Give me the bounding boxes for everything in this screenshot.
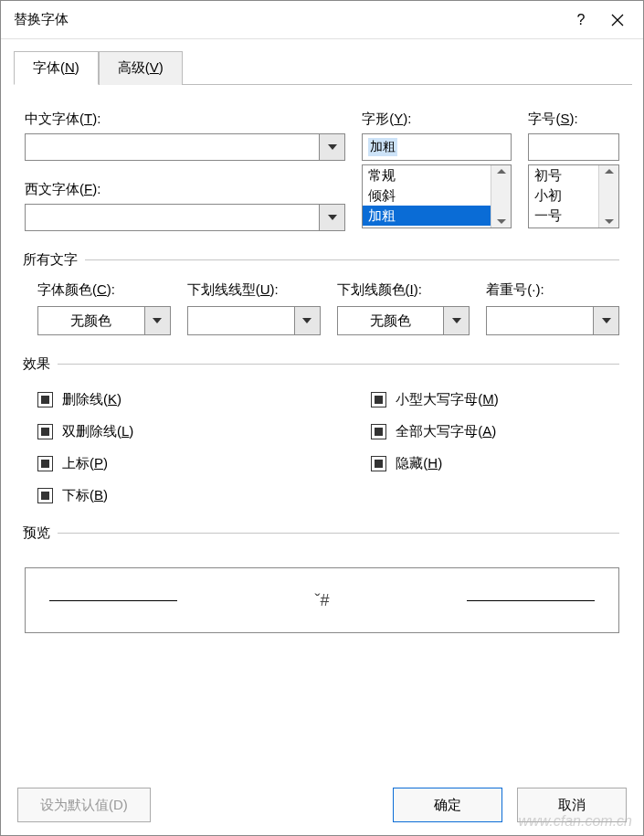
checkbox-icon [37,392,53,407]
underline-style-label: 下划线线型(U): [187,281,321,299]
cn-font-combo[interactable] [25,133,345,161]
emphasis-value [487,307,593,334]
preview-group: 预览 ˇ# [25,524,619,633]
check-double-strikethrough[interactable]: 双删除线(L) [37,423,133,440]
tab-font[interactable]: 字体(N) [14,51,99,85]
style-option-italic[interactable]: 倾斜 [363,185,511,206]
emphasis-drop-button[interactable] [593,307,618,334]
emphasis-label: 着重号(·): [486,281,619,299]
en-font-input[interactable] [26,205,319,230]
help-button[interactable]: ? [563,2,599,38]
chevron-down-icon [452,318,461,323]
font-panel: 中文字体(T): 西文字体(F): 字形(Y): [12,85,632,642]
checkbox-icon [37,488,53,503]
chevron-down-icon [328,144,337,150]
font-color-dropdown[interactable]: 无颜色 [37,306,171,335]
dialog-title: 替换字体 [14,11,563,28]
chevron-down-icon [602,318,611,323]
effects-left-col: 删除线(K) 双删除线(L) 上标(P) 下标(B) [37,391,133,504]
dialog-content: 字体(N) 高级(V) 中文字体(T): 西文字体(F): [1,39,643,642]
font-color-label: 字体颜色(C): [37,281,171,299]
size-scrollbar[interactable] [598,165,618,228]
style-value: 加粗 [368,138,397,156]
tab-strip: 字体(N) 高级(V) [14,50,632,85]
close-icon [611,14,624,26]
tab-advanced[interactable]: 高级(V) [99,51,183,85]
all-text-legend: 所有文字 [23,251,85,269]
preview-line-right [467,600,595,601]
en-font-combo[interactable] [25,204,345,231]
check-strikethrough[interactable]: 删除线(K) [37,391,133,408]
underline-color-value: 无颜色 [338,307,444,334]
preview-legend: 预览 [23,524,58,542]
preview-box: ˇ# [25,567,619,633]
style-listbox[interactable]: 常规 倾斜 加粗 [362,164,512,228]
chevron-down-icon [153,318,162,323]
button-row: 设为默认值(D) 确定 取消 [1,788,643,822]
style-option-regular[interactable]: 常规 [363,165,511,185]
scroll-up-icon [605,169,614,174]
check-superscript[interactable]: 上标(P) [37,455,133,472]
checkbox-icon [371,392,386,407]
font-color-value: 无颜色 [38,307,144,334]
emphasis-dropdown[interactable] [486,306,619,335]
chevron-down-icon [302,318,311,323]
scroll-down-icon [497,219,506,224]
cn-font-dropdown-button[interactable] [319,134,344,160]
style-scrollbar[interactable] [491,165,511,228]
chevron-down-icon [328,215,337,220]
checkbox-icon [371,424,386,439]
style-label: 字形(Y): [362,111,512,128]
check-all-caps[interactable]: 全部大写字母(A) [371,423,499,440]
underline-style-dropdown[interactable] [187,306,321,335]
en-font-dropdown-button[interactable] [319,205,344,230]
font-color-drop-button[interactable] [144,307,170,334]
ok-button[interactable]: 确定 [393,788,502,822]
size-label: 字号(S): [528,111,619,128]
underline-color-drop-button[interactable] [443,307,469,334]
size-input[interactable] [528,133,619,161]
effects-legend: 效果 [23,355,58,373]
close-button[interactable] [599,2,636,38]
underline-style-value [188,307,294,334]
preview-line-left [49,600,177,601]
en-font-label: 西文字体(F): [25,181,345,198]
size-listbox[interactable]: 初号 小初 一号 [528,164,619,228]
cancel-button[interactable]: 取消 [517,788,627,822]
scroll-down-icon [605,219,614,224]
all-text-group: 所有文字 字体颜色(C): 无颜色 下划线线型(U): [25,251,619,335]
check-subscript[interactable]: 下标(B) [37,487,133,504]
scroll-up-icon [497,169,506,174]
check-small-caps[interactable]: 小型大写字母(M) [371,391,499,408]
style-option-bold[interactable]: 加粗 [363,206,511,226]
underline-color-dropdown[interactable]: 无颜色 [337,306,470,335]
underline-color-label: 下划线颜色(I): [337,281,470,299]
underline-style-drop-button[interactable] [294,307,320,334]
titlebar: 替换字体 ? [1,1,643,39]
style-input[interactable]: 加粗 [362,133,512,161]
cn-font-input[interactable] [26,134,319,160]
effects-right-col: 小型大写字母(M) 全部大写字母(A) 隐藏(H) [371,391,499,504]
preview-text: ˇ# [314,591,329,610]
checkbox-icon [37,424,53,439]
set-default-button[interactable]: 设为默认值(D) [17,788,151,822]
check-hidden[interactable]: 隐藏(H) [371,455,499,472]
checkbox-icon [37,456,53,471]
cn-font-label: 中文字体(T): [25,111,345,128]
effects-group: 效果 删除线(K) 双删除线(L) 上标(P) [25,355,619,504]
checkbox-icon [371,456,386,471]
